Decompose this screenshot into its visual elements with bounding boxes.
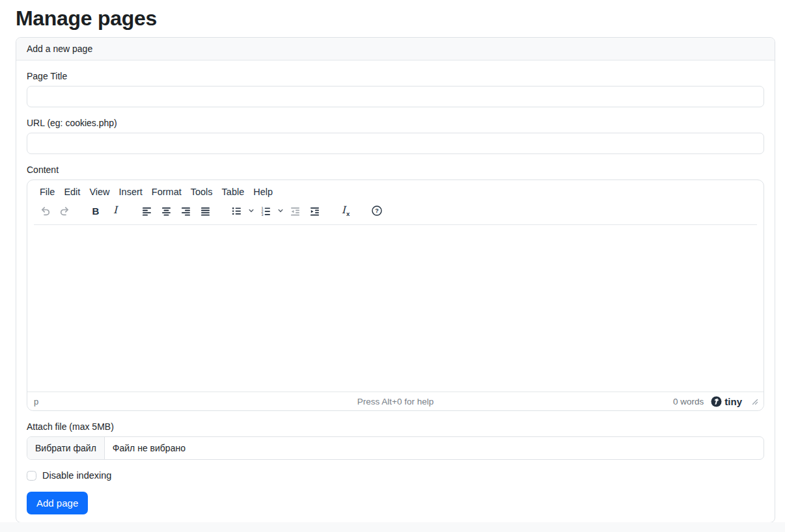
indent-icon <box>309 206 320 217</box>
browse-file-button[interactable]: Вибрати файл <box>27 437 105 459</box>
file-chosen-status: Файл не вибрано <box>105 437 193 459</box>
menu-item-table[interactable]: Table <box>217 185 249 199</box>
bullet-list-icon <box>231 206 242 217</box>
page-title-group: Page Title <box>27 71 764 107</box>
editor-content-area[interactable] <box>27 225 764 392</box>
clear-formatting-button[interactable]: Ix <box>336 202 355 220</box>
editor-toolbar: B I <box>27 200 764 224</box>
url-group: URL (eg: cookies.php) <box>27 118 764 154</box>
url-input[interactable] <box>27 133 764 154</box>
italic-button[interactable]: I <box>105 202 125 220</box>
redo-icon <box>59 206 70 217</box>
resize-grip-icon <box>751 398 758 405</box>
undo-icon <box>40 206 51 217</box>
indent-button[interactable] <box>305 202 324 220</box>
svg-text:?: ? <box>375 207 379 214</box>
help-button[interactable]: ? <box>367 202 387 220</box>
add-page-button[interactable]: Add page <box>27 492 88 514</box>
menu-item-tools[interactable]: Tools <box>186 185 217 199</box>
menu-item-edit[interactable]: Edit <box>59 185 85 199</box>
help-icon: ? <box>371 205 383 217</box>
editor-statusbar: p Press Alt+0 for help 0 words tiny <box>27 392 764 410</box>
bold-button[interactable]: B <box>86 202 105 220</box>
attach-file-label: Attach file (max 5MB) <box>27 421 764 432</box>
chevron-down-icon <box>248 207 255 214</box>
next-section-strip <box>0 522 785 532</box>
clear-formatting-icon: Ix <box>342 204 350 217</box>
outdent-icon <box>290 206 301 217</box>
page-title: Manage pages <box>16 7 775 31</box>
align-center-icon <box>161 206 172 217</box>
help-group: ? <box>367 202 387 220</box>
menu-item-format[interactable]: Format <box>147 185 186 199</box>
tinymce-editor: File Edit View Insert Format Tools Table… <box>27 180 764 411</box>
card-header: Add a new page <box>16 38 775 60</box>
menu-item-help[interactable]: Help <box>249 185 277 199</box>
redo-button[interactable] <box>55 202 74 220</box>
url-label: URL (eg: cookies.php) <box>27 118 764 129</box>
numbered-list-button[interactable]: 1 2 3 <box>256 202 275 220</box>
align-left-button[interactable] <box>137 202 156 220</box>
help-hint: Press Alt+0 for help <box>27 397 764 406</box>
numbered-list-dropdown[interactable] <box>275 202 285 220</box>
attach-file-group: Attach file (max 5MB) Вибрати файл Файл … <box>27 421 764 460</box>
history-group <box>35 202 74 220</box>
align-right-icon <box>180 206 191 217</box>
disable-indexing-checkbox[interactable] <box>27 471 36 481</box>
menu-item-file[interactable]: File <box>35 185 59 199</box>
align-group <box>137 202 215 220</box>
align-justify-icon <box>200 206 211 217</box>
menu-item-insert[interactable]: Insert <box>115 185 147 199</box>
tiny-brand-label: tiny <box>724 396 742 407</box>
italic-icon: I <box>113 206 117 216</box>
format-group: Ix <box>336 202 355 220</box>
outdent-button[interactable] <box>285 202 305 220</box>
disable-indexing-label: Disable indexing <box>42 470 111 481</box>
page-title-label: Page Title <box>27 71 764 82</box>
numbered-list-icon: 1 2 3 <box>260 206 271 217</box>
attach-file-input[interactable]: Вибрати файл Файл не вибрано <box>27 436 764 460</box>
chevron-down-icon <box>277 207 284 214</box>
bullet-list-dropdown[interactable] <box>246 202 256 220</box>
editor-resize-handle[interactable] <box>751 398 758 405</box>
element-path[interactable]: p <box>34 397 38 406</box>
card-body: Page Title URL (eg: cookies.php) Content… <box>16 60 775 522</box>
add-page-card: Add a new page Page Title URL (eg: cooki… <box>16 37 775 523</box>
card-header-label: Add a new page <box>27 44 92 54</box>
page-container: Manage pages Add a new page Page Title U… <box>0 0 785 523</box>
content-label: Content <box>27 165 764 176</box>
align-left-icon <box>141 206 152 217</box>
list-indent-group: 1 2 3 <box>227 202 324 220</box>
align-center-button[interactable] <box>156 202 176 220</box>
word-count[interactable]: 0 words <box>673 397 704 406</box>
tiny-logo-icon <box>711 396 722 407</box>
align-right-button[interactable] <box>176 202 195 220</box>
content-group: Content File Edit View Insert Format Too… <box>27 165 764 411</box>
editor-menubar: File Edit View Insert Format Tools Table… <box>27 180 764 200</box>
disable-indexing-row: Disable indexing <box>27 470 764 481</box>
bold-icon: B <box>92 206 100 216</box>
text-style-group: B I <box>86 202 125 220</box>
statusbar-right: 0 words tiny <box>673 396 758 407</box>
align-justify-button[interactable] <box>195 202 215 220</box>
page-title-input[interactable] <box>27 86 764 107</box>
menu-item-view[interactable]: View <box>85 185 114 199</box>
bullet-list-button[interactable] <box>227 202 246 220</box>
tiny-brand-link[interactable]: tiny <box>711 396 742 407</box>
undo-button[interactable] <box>35 202 55 220</box>
svg-text:3: 3 <box>261 212 263 216</box>
